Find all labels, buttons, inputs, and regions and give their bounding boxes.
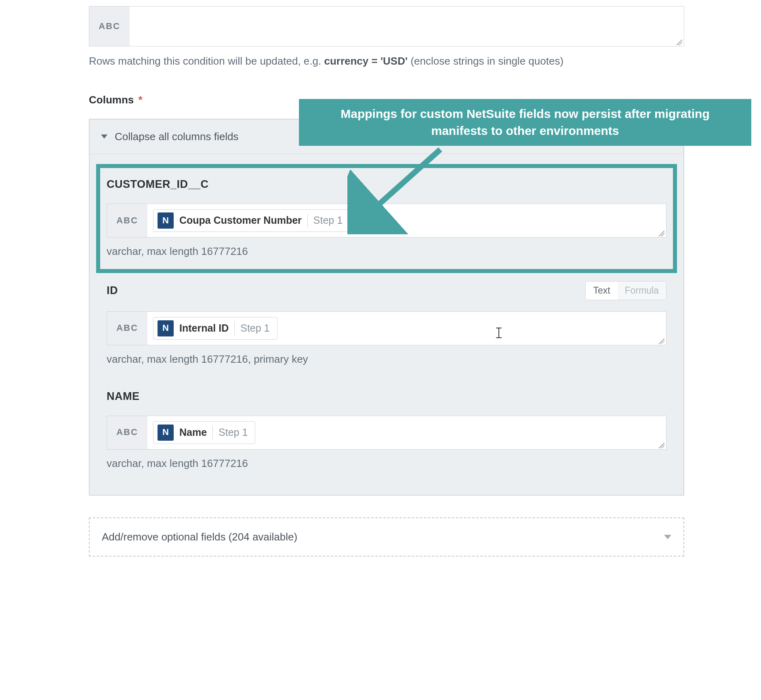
help-suffix: (enclose strings in single quotes): [408, 55, 563, 67]
field-title: NAME: [107, 389, 140, 404]
filter-condition-row: ABC: [89, 6, 684, 46]
field-title: CUSTOMER_ID__C: [107, 177, 209, 192]
mode-toggle: Text Formula: [585, 281, 666, 300]
datapill-step: Step 1: [240, 321, 269, 335]
netsuite-logo-icon: N: [158, 320, 174, 336]
abc-label: ABC: [116, 426, 138, 439]
field-name: NAME ABC N Name Step 1: [99, 378, 675, 483]
filter-condition-input[interactable]: [130, 6, 684, 46]
datapill-label: Coupa Customer Number: [179, 213, 302, 227]
netsuite-logo-icon: N: [158, 212, 174, 229]
type-indicator-abc: ABC: [89, 6, 130, 46]
mode-text-button[interactable]: Text: [586, 282, 617, 299]
datapill-step: Step 1: [219, 425, 248, 439]
type-indicator-abc: ABC: [107, 312, 147, 345]
help-prefix: Rows matching this condition will be upd…: [89, 55, 324, 67]
abc-label: ABC: [116, 214, 138, 227]
collapse-label: Collapse all columns fields: [115, 129, 238, 144]
pill-separator: [307, 214, 308, 227]
mode-formula-button[interactable]: Formula: [618, 282, 666, 299]
datapill-step: Step 1: [313, 213, 343, 227]
page: ABC Rows matching this condition will be…: [0, 0, 761, 700]
datapill-label: Internal ID: [179, 321, 229, 335]
field-note: varchar, max length 16777216: [107, 244, 666, 259]
abc-label: ABC: [99, 20, 120, 33]
help-example: currency = 'USD': [324, 55, 408, 67]
callout-arrow-icon: [347, 145, 452, 238]
netsuite-logo-icon: N: [158, 425, 174, 441]
datapill[interactable]: N Name Step 1: [153, 421, 255, 444]
type-indicator-abc: ABC: [107, 204, 147, 237]
value-cell[interactable]: N Internal ID Step 1: [147, 312, 666, 345]
field-note: varchar, max length 16777216, primary ke…: [107, 352, 666, 366]
chevron-down-icon: [101, 135, 107, 139]
filter-help-text: Rows matching this condition will be upd…: [89, 54, 684, 68]
pill-separator: [212, 426, 213, 439]
field-note: varchar, max length 16777216: [107, 456, 666, 471]
columns-label-text: Columns: [89, 94, 134, 106]
callout-banner: Mappings for custom NetSuite fields now …: [299, 99, 751, 146]
abc-label: ABC: [116, 322, 138, 334]
datapill[interactable]: N Coupa Customer Number Step 1: [153, 209, 350, 232]
pill-separator: [234, 322, 235, 335]
chevron-down-icon: [664, 535, 671, 539]
datapill[interactable]: N Internal ID Step 1: [153, 317, 277, 340]
field-title: ID: [107, 283, 118, 298]
svg-line-1: [364, 149, 440, 218]
datapill-label: Name: [179, 425, 207, 439]
value-cell[interactable]: N Name Step 1: [147, 416, 666, 449]
field-value-row[interactable]: ABC N Name Step 1: [107, 416, 666, 450]
add-remove-label: Add/remove optional fields (204 availabl…: [102, 530, 297, 544]
field-value-row[interactable]: ABC N Internal ID Step 1: [107, 311, 666, 345]
required-star: *: [138, 94, 142, 106]
type-indicator-abc: ABC: [107, 416, 147, 449]
add-remove-optional-fields[interactable]: Add/remove optional fields (204 availabl…: [89, 517, 684, 556]
callout-text: Mappings for custom NetSuite fields now …: [341, 107, 709, 137]
field-id: ID Text Formula ABC N Internal ID: [99, 271, 675, 378]
